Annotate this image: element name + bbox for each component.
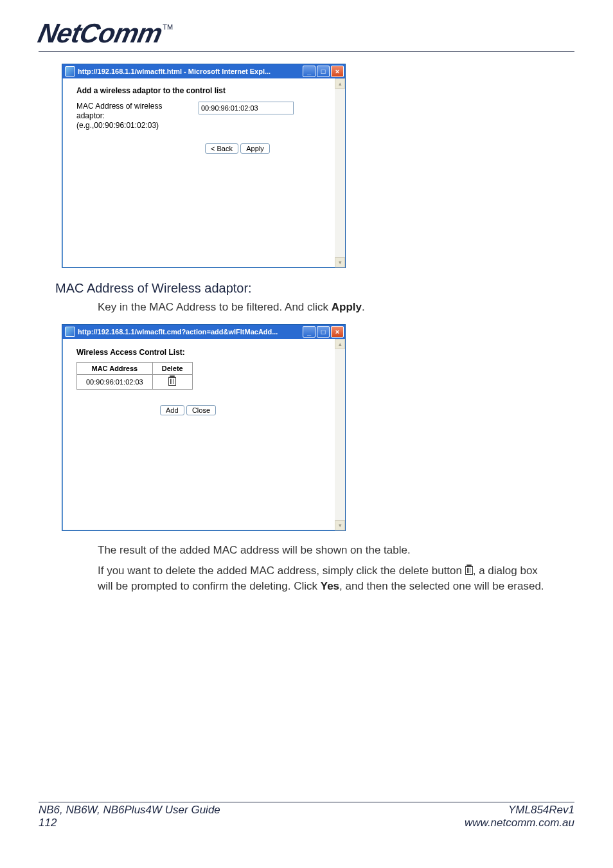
list-heading: Wireless Access Control List:: [76, 348, 339, 357]
trash-icon[interactable]: [168, 377, 176, 386]
label-line-3: (e.g.,00:90:96:01:02:03): [76, 121, 199, 131]
window-title: http://192.168.1.1/wlmacflt.html - Micro…: [78, 68, 303, 75]
button-row: Add Close: [160, 405, 339, 415]
minimize-button[interactable]: _: [303, 326, 315, 338]
ie-icon: [65, 327, 75, 337]
top-divider: [39, 51, 574, 52]
back-button[interactable]: < Back: [205, 143, 238, 154]
delete-text-a: If you want to delete the added MAC addr…: [98, 565, 465, 577]
mac-address-input[interactable]: [199, 102, 294, 114]
add-button[interactable]: Add: [160, 405, 184, 415]
close-list-button[interactable]: Close: [186, 405, 216, 415]
window-client: Add a wireless adaptor to the control li…: [62, 78, 345, 267]
result-paragraph: The result of the added MAC address will…: [98, 543, 549, 558]
page-footer: NB6, NB6W, NB6Plus4W User Guide 112 YML8…: [39, 802, 574, 829]
footer-left: NB6, NB6W, NB6Plus4W User Guide 112: [39, 804, 220, 829]
label-line-1: MAC Address of wireless: [76, 102, 199, 111]
mac-input-row: MAC Address of wireless adaptor: (e.g.,0…: [76, 102, 339, 131]
trash-icon: [465, 566, 473, 575]
titlebar: http://192.168.1.1/wlmacflt.html - Micro…: [62, 64, 345, 78]
col-mac: MAC Address: [77, 363, 153, 375]
ie-window-add-adaptor: http://192.168.1.1/wlmacflt.html - Micro…: [62, 64, 346, 268]
apply-button[interactable]: Apply: [240, 143, 270, 154]
period: .: [362, 301, 365, 313]
maximize-button[interactable]: □: [317, 326, 330, 338]
delete-cell: [152, 375, 192, 390]
window-buttons: _ □ ×: [303, 66, 344, 77]
scroll-down-icon[interactable]: ▾: [335, 520, 345, 530]
brand-logo: NetCommTM: [39, 18, 574, 49]
delete-paragraph: If you want to delete the added MAC addr…: [98, 563, 549, 594]
mac-table: MAC Address Delete 00:90:96:01:02:03: [76, 362, 193, 390]
scroll-down-icon[interactable]: ▾: [335, 257, 345, 267]
instruction-text: Key in the MAC Address to be filtered. A…: [98, 301, 332, 313]
label-line-2: adaptor:: [76, 111, 199, 121]
mac-input-label: MAC Address of wireless adaptor: (e.g.,0…: [76, 102, 199, 131]
scroll-up-icon[interactable]: ▴: [335, 78, 345, 89]
window-buttons: _ □ ×: [303, 326, 344, 338]
page-number: 112: [39, 817, 220, 829]
logo-text: NetComm: [35, 18, 165, 49]
ie-icon: [65, 66, 75, 77]
apply-word: Apply: [332, 301, 362, 313]
window-title: http://192.168.1.1/wlmacflt.cmd?action=a…: [78, 328, 303, 336]
close-button[interactable]: ×: [331, 66, 344, 77]
titlebar: http://192.168.1.1/wlmacflt.cmd?action=a…: [62, 325, 345, 339]
instruction-paragraph: Key in the MAC Address to be filtered. A…: [98, 300, 549, 315]
guide-title: NB6, NB6W, NB6Plus4W User Guide: [39, 804, 220, 817]
mac-cell: 00:90:96:01:02:03: [77, 375, 153, 390]
website-url: www.netcomm.com.au: [465, 817, 574, 829]
maximize-button[interactable]: □: [317, 66, 330, 77]
ie-window-access-list: http://192.168.1.1/wlmacflt.cmd?action=a…: [62, 324, 346, 531]
close-button[interactable]: ×: [331, 326, 344, 338]
trademark: TM: [163, 23, 173, 31]
button-row: < Back Apply: [205, 143, 339, 154]
yes-word: Yes: [321, 580, 339, 592]
delete-text-c: , and then the selected one will be eras…: [339, 580, 544, 592]
window-client: Wireless Access Control List: MAC Addres…: [62, 339, 345, 530]
scrollbar[interactable]: ▴ ▾: [335, 339, 345, 530]
table-header-row: MAC Address Delete: [77, 363, 193, 375]
footer-right: YML854Rev1 www.netcomm.com.au: [465, 804, 574, 829]
scrollbar[interactable]: ▴ ▾: [335, 78, 345, 267]
scroll-up-icon[interactable]: ▴: [335, 339, 345, 349]
footer-divider: [39, 802, 574, 802]
minimize-button[interactable]: _: [303, 66, 315, 77]
doc-revision: YML854Rev1: [465, 804, 574, 817]
table-row: 00:90:96:01:02:03: [77, 375, 193, 390]
section-heading: MAC Address of Wireless adaptor:: [55, 281, 574, 296]
form-heading: Add a wireless adaptor to the control li…: [76, 86, 339, 95]
col-delete: Delete: [152, 363, 192, 375]
